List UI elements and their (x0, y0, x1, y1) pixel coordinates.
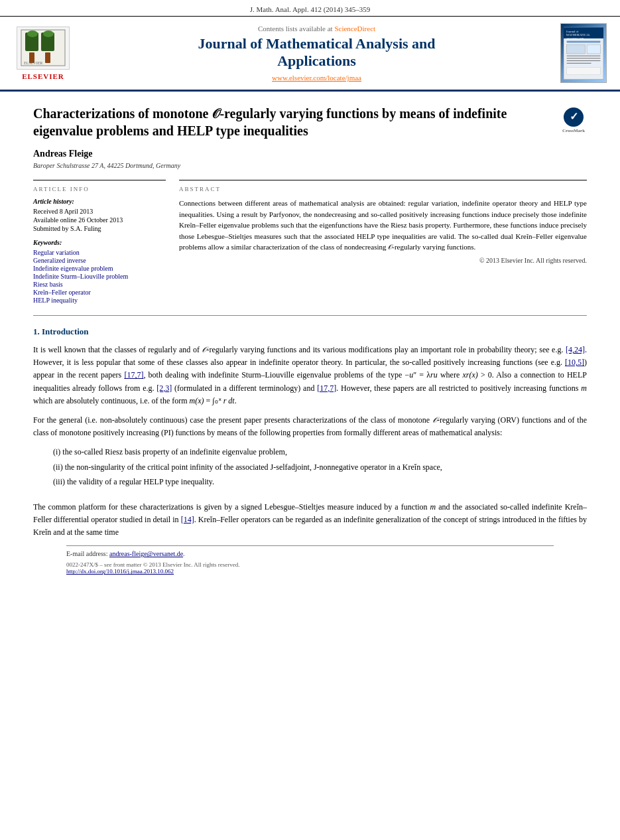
journal-header: ELSEVIER ELSEVIER Contents lists availab… (0, 17, 620, 92)
journal-cover-image: Journal of MATHEMATICAL ANALYSIS AND (560, 23, 607, 83)
journal-url-link[interactable]: www.elsevier.com/locate/jmaa (272, 74, 361, 82)
svg-rect-20 (567, 67, 601, 74)
svg-text:ELSEVIER: ELSEVIER (24, 61, 42, 65)
elsevier-brand-text: ELSEVIER (22, 72, 64, 80)
crossmark-widget[interactable]: ✓ CrossMark (560, 107, 587, 134)
article-content: Characterizations of monotone 𝒪-regularl… (0, 92, 620, 588)
article-info-column: ARTICLE INFO Article history: Received 8… (33, 180, 166, 305)
author-name: Andreas Fleige (33, 149, 587, 159)
citation-text: J. Math. Anal. Appl. 412 (2014) 345–359 (250, 5, 371, 13)
doi-link[interactable]: http://dx.doi.org/10.1016/j.jmaa.2013.10… (66, 568, 174, 575)
available-online-date: Available online 26 October 2013 (33, 216, 166, 224)
svg-rect-18 (567, 60, 601, 61)
contents-available-line: Contents lists available at ScienceDirec… (86, 25, 547, 33)
elsevier-logo-image: ELSEVIER (17, 27, 70, 70)
crossmark-label: CrossMark (562, 128, 585, 134)
article-title-text: Characterizations of monotone 𝒪-regularl… (33, 105, 560, 139)
list-item-iii: (iii) the validity of a regular HELP typ… (33, 476, 587, 488)
keywords-list: Regular variation Generalized inverse In… (33, 249, 166, 304)
email-label: E-mail address: (66, 550, 107, 557)
page: J. Math. Anal. Appl. 412 (2014) 345–359 … (0, 0, 620, 840)
svg-rect-14 (567, 44, 586, 54)
intro-para-2: For the general (i.e. non-absolutely con… (33, 414, 587, 439)
crossmark-icon: ✓ (564, 107, 584, 127)
svg-text:MATHEMATICAL: MATHEMATICAL (566, 33, 591, 36)
ref-17-7[interactable]: [17,7] (124, 370, 143, 380)
article-title-block: Characterizations of monotone 𝒪-regularl… (33, 105, 587, 139)
journal-url: www.elsevier.com/locate/jmaa (86, 74, 547, 82)
footer: E-mail address: andreas-fleige@versanet.… (66, 545, 554, 575)
introduction-section: 1. Introduction It is well known that th… (33, 326, 587, 539)
keywords-label: Keywords: (33, 239, 166, 246)
svg-text:ANALYSIS AND: ANALYSIS AND (566, 37, 584, 40)
abstract-text: Connections between different areas of m… (179, 198, 587, 253)
introduction-heading: 1. Introduction (33, 326, 587, 337)
article-info-abstract-section: ARTICLE INFO Article history: Received 8… (33, 180, 587, 305)
ref-2-3[interactable]: [2,3] (156, 384, 172, 393)
keyword-3: Indefinite eigenvalue problem (33, 265, 166, 272)
svg-rect-15 (587, 44, 600, 54)
science-direct-link[interactable]: ScienceDirect (334, 25, 375, 33)
ref-14[interactable]: [14] (181, 515, 194, 524)
ref-17-7b[interactable]: [17,7] (317, 384, 336, 393)
copyright-text: © 2013 Elsevier Inc. All rights reserved… (179, 257, 587, 264)
ref-10-5[interactable]: [10,5] (565, 358, 584, 367)
keyword-6: Kreĭn–Feller operator (33, 289, 166, 296)
journal-title: Journal of Mathematical Analysis and App… (86, 35, 547, 70)
footer-email-line: E-mail address: andreas-fleige@versanet.… (66, 550, 554, 557)
article-info-label: ARTICLE INFO (33, 186, 166, 192)
abstract-label: ABSTRACT (179, 186, 587, 192)
journal-center: Contents lists available at ScienceDirec… (73, 25, 560, 82)
elsevier-logo: ELSEVIER ELSEVIER (13, 27, 73, 80)
svg-point-4 (43, 31, 54, 37)
list-item-ii: (ii) the non-singularity of the critical… (33, 461, 587, 474)
svg-rect-16 (567, 55, 601, 56)
svg-rect-17 (567, 58, 601, 58)
top-citation-bar: J. Math. Anal. Appl. 412 (2014) 345–359 (0, 0, 620, 17)
keyword-4: Indefinite Sturm–Liouville problem (33, 273, 166, 280)
keyword-2: Generalized inverse (33, 257, 166, 264)
section-divider (33, 315, 587, 316)
ref-4-24[interactable]: [4,24] (566, 345, 585, 354)
abstract-column: ABSTRACT Connections between different a… (179, 180, 587, 305)
list-item-i: (i) the so-called Riesz basis property o… (33, 446, 587, 458)
footer-copyright: 0022-247X/$ – see front matter © 2013 El… (66, 561, 554, 568)
footer-doi: http://dx.doi.org/10.1016/j.jmaa.2013.10… (66, 568, 554, 575)
received-date: Received 8 April 2013 (33, 208, 166, 215)
keyword-7: HELP inequality (33, 297, 166, 304)
svg-rect-13 (567, 40, 601, 42)
article-history-label: Article history: (33, 198, 166, 205)
svg-rect-19 (567, 62, 591, 63)
keyword-1: Regular variation (33, 249, 166, 256)
svg-text:Journal of: Journal of (566, 29, 579, 33)
keyword-5: Riesz basis (33, 281, 166, 288)
submitted-by: Submitted by S.A. Fuling (33, 225, 166, 232)
intro-para-3: The common platform for these characteri… (33, 501, 587, 539)
email-link[interactable]: andreas-fleige@versanet.de (109, 550, 183, 557)
author-affiliation: Baroper Schulstrasse 27 A, 44225 Dortmun… (33, 162, 587, 169)
svg-point-3 (27, 31, 38, 37)
intro-para-1: It is well known that the classes of reg… (33, 344, 587, 407)
svg-rect-6 (45, 52, 50, 63)
